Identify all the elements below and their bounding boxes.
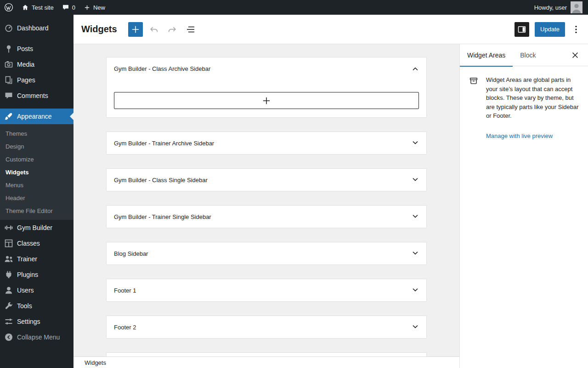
submenu-item-widgets[interactable]: Widgets: [0, 166, 74, 178]
admin-bar: Test site 0 New Howdy, user: [0, 0, 588, 15]
widget-area-panel-trainer-archive: Gym Builder - Trainer Archive Sidebar: [106, 132, 427, 155]
submenu-label: Widgets: [6, 169, 28, 176]
plus-icon: [261, 95, 272, 106]
widget-areas-description: Widget Areas are global parts in your si…: [486, 75, 580, 121]
editor-footer: Widgets: [74, 356, 459, 368]
tab-widget-areas[interactable]: Widget Areas: [460, 44, 513, 66]
avatar[interactable]: [571, 1, 582, 13]
wordpress-logo-icon: [4, 3, 13, 12]
widget-area-toggle[interactable]: Gym Builder - Trainer Single Sidebar: [107, 206, 426, 228]
sidebar-item-classes[interactable]: Classes: [0, 236, 74, 251]
wordpress-logo[interactable]: [0, 0, 17, 15]
sidebar-item-label: Classes: [17, 240, 40, 247]
widget-area-toggle[interactable]: Gym Builder - Class Archive Sidebar: [107, 58, 426, 80]
redo-button[interactable]: [165, 22, 180, 37]
widget-area-toggle[interactable]: Footer 2: [107, 316, 426, 338]
add-block-button[interactable]: [114, 92, 419, 109]
chevron-down-icon: [410, 174, 421, 185]
submenu-item-menus[interactable]: Menus: [0, 178, 74, 191]
comment-icon: [4, 91, 13, 100]
sidebar-item-plugins[interactable]: Plugins: [0, 267, 74, 282]
sidebar-item-appearance[interactable]: Appearance: [0, 109, 74, 124]
widget-area-panel-blog-sidebar: Blog Sidebar: [106, 242, 427, 265]
sidebar-item-label: Plugins: [17, 271, 38, 278]
comment-count: 0: [72, 4, 75, 11]
submenu-label: Theme File Editor: [6, 207, 53, 214]
ellipsis-icon: [571, 24, 582, 35]
sidebar-item-label: Collapse Menu: [17, 334, 60, 341]
sidebar-item-dashboard[interactable]: Dashboard: [0, 20, 74, 36]
widget-areas-canvas: Gym Builder - Class Archive Sidebar Gym …: [74, 44, 459, 368]
sidebar-item-tools[interactable]: Tools: [0, 298, 74, 314]
sidebar-item-media[interactable]: Media: [0, 57, 74, 72]
sidebar-item-posts[interactable]: Posts: [0, 41, 74, 57]
sidebar-item-label: Trainer: [17, 255, 37, 263]
submenu-item-theme-file-editor[interactable]: Theme File Editor: [0, 204, 74, 217]
editor-header: Widgets Update: [74, 15, 588, 44]
howdy-label[interactable]: Howdy, user: [534, 4, 567, 11]
close-icon: [570, 50, 581, 61]
pushpin-icon: [4, 44, 13, 53]
submenu-label: Themes: [6, 130, 27, 137]
grid-icon: [4, 239, 13, 248]
site-name-link[interactable]: Test site: [17, 0, 58, 15]
menu-separator: [0, 104, 74, 109]
widget-area-title: Footer 2: [114, 324, 136, 331]
chevron-down-icon: [410, 285, 421, 296]
sidebar-item-pages[interactable]: Pages: [0, 72, 74, 88]
sidebar-item-label: Dashboard: [17, 24, 49, 32]
sidebar-item-users[interactable]: Users: [0, 282, 74, 298]
sidebar-item-gym-builder[interactable]: Gym Builder: [0, 220, 74, 236]
pages-icon: [4, 75, 13, 85]
sidebar-item-trainer[interactable]: Trainer: [0, 251, 74, 267]
sidebar-item-label: Gym Builder: [17, 224, 52, 231]
tab-block[interactable]: Block: [513, 44, 543, 66]
widget-area-title: Gym Builder - Class Single Sidebar: [114, 177, 208, 184]
sidebar-item-label: Users: [17, 287, 34, 294]
new-content-link[interactable]: New: [79, 0, 109, 15]
undo-button[interactable]: [147, 22, 161, 37]
submenu-item-design[interactable]: Design: [0, 140, 74, 153]
widget-area-toggle[interactable]: Blog Sidebar: [107, 242, 426, 264]
comments-link[interactable]: 0: [58, 0, 79, 15]
chevron-down-icon: [410, 248, 421, 259]
page-title: Widgets: [81, 24, 117, 34]
chevron-down-icon: [410, 138, 421, 149]
list-view-button[interactable]: [183, 22, 198, 37]
list-view-icon: [185, 24, 196, 35]
undo-icon: [148, 24, 159, 35]
submenu-item-themes[interactable]: Themes: [0, 127, 74, 140]
sidebar-item-label: Tools: [17, 302, 32, 310]
comment-bubble-icon: [62, 4, 69, 11]
settings-sidebar-toggle[interactable]: [514, 22, 529, 37]
plus-icon: [130, 24, 141, 35]
chevron-down-icon: [410, 211, 421, 222]
collapse-menu-button[interactable]: Collapse Menu: [0, 329, 74, 345]
submenu-item-header[interactable]: Header: [0, 191, 74, 204]
manage-live-preview-link[interactable]: Manage with live preview: [486, 132, 553, 139]
options-menu-button[interactable]: [571, 22, 582, 37]
chevron-up-icon: [410, 63, 421, 74]
close-settings-button[interactable]: [568, 48, 582, 63]
widget-area-title: Blog Sidebar: [114, 250, 148, 257]
sidebar-item-label: Posts: [17, 45, 33, 52]
widget-archive-icon: [469, 76, 478, 86]
site-name-label: Test site: [32, 4, 54, 11]
wrench-icon: [4, 301, 13, 310]
block-inserter-button[interactable]: [128, 22, 143, 37]
settings-sidebar: Widget Areas Block Widget Areas are glob…: [459, 44, 588, 368]
sidebar-item-settings[interactable]: Settings: [0, 314, 74, 329]
widget-area-title: Gym Builder - Trainer Single Sidebar: [114, 213, 211, 220]
collapse-arrow-icon: [4, 333, 13, 342]
widget-area-toggle[interactable]: Gym Builder - Trainer Archive Sidebar: [107, 132, 426, 154]
submenu-item-customize[interactable]: Customize: [0, 153, 74, 166]
widget-area-panel-class-archive: Gym Builder - Class Archive Sidebar: [106, 57, 427, 118]
widget-area-toggle[interactable]: Footer 1: [107, 279, 426, 301]
submenu-label: Design: [6, 143, 24, 150]
sidebar-layout-icon: [516, 24, 527, 35]
new-label: New: [93, 4, 105, 11]
update-button[interactable]: Update: [535, 22, 565, 37]
sidebar-item-comments[interactable]: Comments: [0, 88, 74, 104]
breadcrumb[interactable]: Widgets: [85, 359, 106, 366]
widget-area-toggle[interactable]: Gym Builder - Class Single Sidebar: [107, 169, 426, 191]
